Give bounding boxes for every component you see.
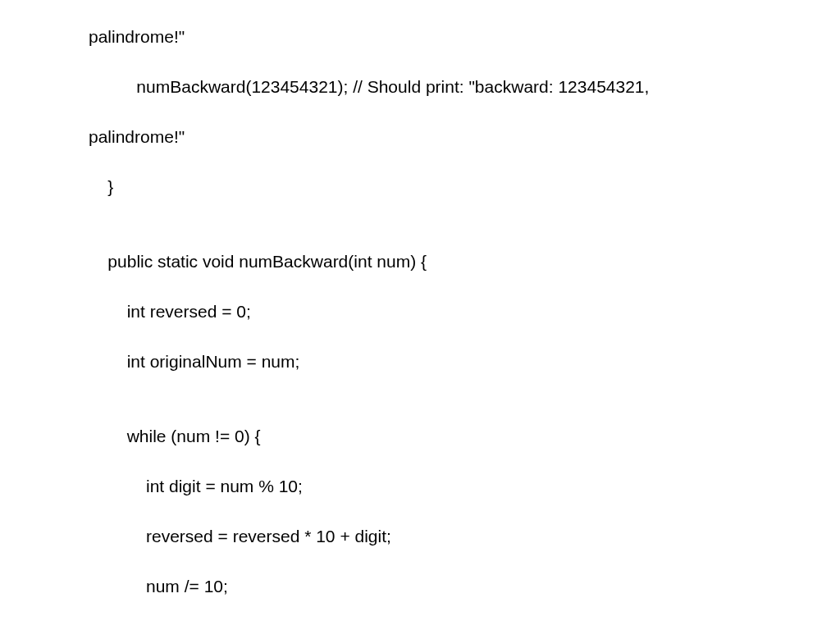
code-snippet: palindrome!" numBackward(123454321); // …: [0, 0, 840, 630]
code-line: num /= 10;: [89, 574, 840, 599]
code-line: palindrome!": [89, 125, 840, 149]
code-line: while (num != 0) {: [89, 424, 840, 449]
code-line: numBackward(123454321); // Should print:…: [89, 75, 840, 99]
code-line: palindrome!": [89, 25, 840, 49]
code-line: int originalNum = num;: [89, 349, 840, 374]
code-line: public static void numBackward(int num) …: [89, 249, 840, 274]
code-line: }: [89, 624, 840, 630]
code-line: }: [89, 175, 840, 199]
code-line: int digit = num % 10;: [89, 474, 840, 499]
code-line: int reversed = 0;: [89, 299, 840, 324]
code-line: reversed = reversed * 10 + digit;: [89, 524, 840, 549]
